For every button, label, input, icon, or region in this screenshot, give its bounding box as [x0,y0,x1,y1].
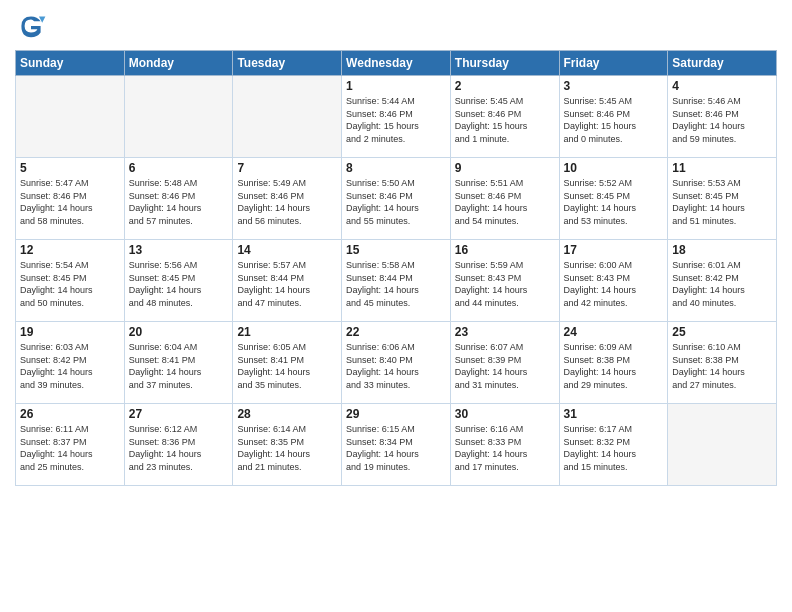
day-number: 25 [672,325,772,339]
calendar-cell: 20Sunrise: 6:04 AM Sunset: 8:41 PM Dayli… [124,322,233,404]
day-number: 20 [129,325,229,339]
cell-text: Sunrise: 5:45 AM Sunset: 8:46 PM Dayligh… [564,95,664,145]
cell-text: Sunrise: 5:45 AM Sunset: 8:46 PM Dayligh… [455,95,555,145]
cell-text: Sunrise: 6:07 AM Sunset: 8:39 PM Dayligh… [455,341,555,391]
cell-text: Sunrise: 6:16 AM Sunset: 8:33 PM Dayligh… [455,423,555,473]
weekday-header-wednesday: Wednesday [342,51,451,76]
cell-text: Sunrise: 6:15 AM Sunset: 8:34 PM Dayligh… [346,423,446,473]
calendar-cell: 15Sunrise: 5:58 AM Sunset: 8:44 PM Dayli… [342,240,451,322]
cell-text: Sunrise: 5:50 AM Sunset: 8:46 PM Dayligh… [346,177,446,227]
day-number: 2 [455,79,555,93]
day-number: 7 [237,161,337,175]
day-number: 8 [346,161,446,175]
calendar-cell: 28Sunrise: 6:14 AM Sunset: 8:35 PM Dayli… [233,404,342,486]
day-number: 3 [564,79,664,93]
cell-text: Sunrise: 5:58 AM Sunset: 8:44 PM Dayligh… [346,259,446,309]
day-number: 6 [129,161,229,175]
weekday-header-friday: Friday [559,51,668,76]
week-row-2: 12Sunrise: 5:54 AM Sunset: 8:45 PM Dayli… [16,240,777,322]
day-number: 10 [564,161,664,175]
cell-text: Sunrise: 5:46 AM Sunset: 8:46 PM Dayligh… [672,95,772,145]
calendar-cell: 16Sunrise: 5:59 AM Sunset: 8:43 PM Dayli… [450,240,559,322]
calendar-cell: 13Sunrise: 5:56 AM Sunset: 8:45 PM Dayli… [124,240,233,322]
header [15,10,777,42]
cell-text: Sunrise: 6:12 AM Sunset: 8:36 PM Dayligh… [129,423,229,473]
calendar-cell: 9Sunrise: 5:51 AM Sunset: 8:46 PM Daylig… [450,158,559,240]
cell-text: Sunrise: 6:10 AM Sunset: 8:38 PM Dayligh… [672,341,772,391]
day-number: 15 [346,243,446,257]
calendar-cell: 7Sunrise: 5:49 AM Sunset: 8:46 PM Daylig… [233,158,342,240]
day-number: 14 [237,243,337,257]
cell-text: Sunrise: 5:52 AM Sunset: 8:45 PM Dayligh… [564,177,664,227]
cell-text: Sunrise: 5:48 AM Sunset: 8:46 PM Dayligh… [129,177,229,227]
cell-text: Sunrise: 5:47 AM Sunset: 8:46 PM Dayligh… [20,177,120,227]
calendar-cell: 10Sunrise: 5:52 AM Sunset: 8:45 PM Dayli… [559,158,668,240]
day-number: 12 [20,243,120,257]
week-row-4: 26Sunrise: 6:11 AM Sunset: 8:37 PM Dayli… [16,404,777,486]
day-number: 11 [672,161,772,175]
cell-text: Sunrise: 6:06 AM Sunset: 8:40 PM Dayligh… [346,341,446,391]
calendar-cell [16,76,125,158]
calendar-body: 1Sunrise: 5:44 AM Sunset: 8:46 PM Daylig… [16,76,777,486]
calendar-cell: 5Sunrise: 5:47 AM Sunset: 8:46 PM Daylig… [16,158,125,240]
weekday-header-sunday: Sunday [16,51,125,76]
cell-text: Sunrise: 5:54 AM Sunset: 8:45 PM Dayligh… [20,259,120,309]
calendar-cell: 11Sunrise: 5:53 AM Sunset: 8:45 PM Dayli… [668,158,777,240]
week-row-0: 1Sunrise: 5:44 AM Sunset: 8:46 PM Daylig… [16,76,777,158]
calendar-cell: 1Sunrise: 5:44 AM Sunset: 8:46 PM Daylig… [342,76,451,158]
logo [15,10,51,42]
weekday-header-thursday: Thursday [450,51,559,76]
cell-text: Sunrise: 6:04 AM Sunset: 8:41 PM Dayligh… [129,341,229,391]
calendar-cell: 17Sunrise: 6:00 AM Sunset: 8:43 PM Dayli… [559,240,668,322]
calendar-cell: 8Sunrise: 5:50 AM Sunset: 8:46 PM Daylig… [342,158,451,240]
cell-text: Sunrise: 5:44 AM Sunset: 8:46 PM Dayligh… [346,95,446,145]
day-number: 22 [346,325,446,339]
calendar-cell: 18Sunrise: 6:01 AM Sunset: 8:42 PM Dayli… [668,240,777,322]
week-row-3: 19Sunrise: 6:03 AM Sunset: 8:42 PM Dayli… [16,322,777,404]
calendar-cell: 14Sunrise: 5:57 AM Sunset: 8:44 PM Dayli… [233,240,342,322]
day-number: 28 [237,407,337,421]
calendar-cell [668,404,777,486]
weekday-row: SundayMondayTuesdayWednesdayThursdayFrid… [16,51,777,76]
day-number: 31 [564,407,664,421]
day-number: 17 [564,243,664,257]
cell-text: Sunrise: 6:14 AM Sunset: 8:35 PM Dayligh… [237,423,337,473]
cell-text: Sunrise: 6:09 AM Sunset: 8:38 PM Dayligh… [564,341,664,391]
cell-text: Sunrise: 5:56 AM Sunset: 8:45 PM Dayligh… [129,259,229,309]
day-number: 29 [346,407,446,421]
day-number: 27 [129,407,229,421]
day-number: 5 [20,161,120,175]
calendar-cell: 2Sunrise: 5:45 AM Sunset: 8:46 PM Daylig… [450,76,559,158]
calendar-cell [233,76,342,158]
calendar-cell: 4Sunrise: 5:46 AM Sunset: 8:46 PM Daylig… [668,76,777,158]
weekday-header-monday: Monday [124,51,233,76]
day-number: 21 [237,325,337,339]
day-number: 26 [20,407,120,421]
cell-text: Sunrise: 6:00 AM Sunset: 8:43 PM Dayligh… [564,259,664,309]
calendar-cell: 26Sunrise: 6:11 AM Sunset: 8:37 PM Dayli… [16,404,125,486]
weekday-header-tuesday: Tuesday [233,51,342,76]
calendar-header: SundayMondayTuesdayWednesdayThursdayFrid… [16,51,777,76]
calendar-cell: 22Sunrise: 6:06 AM Sunset: 8:40 PM Dayli… [342,322,451,404]
cell-text: Sunrise: 6:03 AM Sunset: 8:42 PM Dayligh… [20,341,120,391]
day-number: 24 [564,325,664,339]
day-number: 30 [455,407,555,421]
calendar-cell: 25Sunrise: 6:10 AM Sunset: 8:38 PM Dayli… [668,322,777,404]
calendar-cell: 12Sunrise: 5:54 AM Sunset: 8:45 PM Dayli… [16,240,125,322]
page: SundayMondayTuesdayWednesdayThursdayFrid… [0,0,792,612]
calendar-cell: 3Sunrise: 5:45 AM Sunset: 8:46 PM Daylig… [559,76,668,158]
calendar-cell: 23Sunrise: 6:07 AM Sunset: 8:39 PM Dayli… [450,322,559,404]
day-number: 19 [20,325,120,339]
day-number: 4 [672,79,772,93]
day-number: 18 [672,243,772,257]
cell-text: Sunrise: 6:17 AM Sunset: 8:32 PM Dayligh… [564,423,664,473]
weekday-header-saturday: Saturday [668,51,777,76]
calendar-cell: 24Sunrise: 6:09 AM Sunset: 8:38 PM Dayli… [559,322,668,404]
week-row-1: 5Sunrise: 5:47 AM Sunset: 8:46 PM Daylig… [16,158,777,240]
cell-text: Sunrise: 6:01 AM Sunset: 8:42 PM Dayligh… [672,259,772,309]
day-number: 13 [129,243,229,257]
cell-text: Sunrise: 6:05 AM Sunset: 8:41 PM Dayligh… [237,341,337,391]
cell-text: Sunrise: 5:51 AM Sunset: 8:46 PM Dayligh… [455,177,555,227]
cell-text: Sunrise: 5:49 AM Sunset: 8:46 PM Dayligh… [237,177,337,227]
calendar-cell: 30Sunrise: 6:16 AM Sunset: 8:33 PM Dayli… [450,404,559,486]
